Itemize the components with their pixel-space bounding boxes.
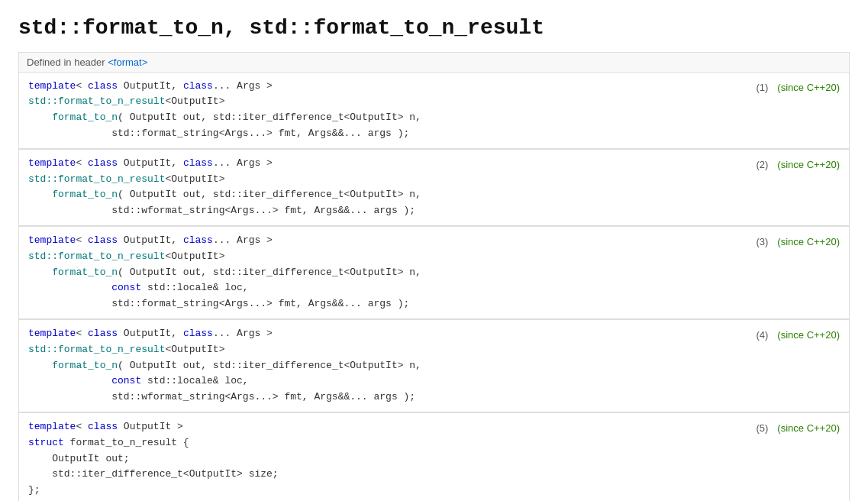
code-line: template< class OutputIt, class... Args … xyxy=(28,326,687,342)
defined-in-header: Defined in header <format> xyxy=(18,52,850,73)
code-body-1: template< class OutputIt, class... Args … xyxy=(28,79,687,142)
page-title: std::format_to_n, std::format_to_n_resul… xyxy=(18,14,850,41)
title-separator: , std:: xyxy=(224,16,314,40)
code-body-5: template< class OutputIt > struct format… xyxy=(28,419,687,499)
anno-since-3: (since C++20) xyxy=(777,234,840,250)
code-line: std::format_string<Args...> fmt, Args&&.… xyxy=(28,296,687,312)
title-std-prefix: std:: xyxy=(18,16,82,40)
anno-since-2: (since C++20) xyxy=(777,157,840,173)
code-line: format_to_n( OutputIt out, std::iter_dif… xyxy=(28,358,687,374)
code-line: std::format_to_n_result<OutputIt> xyxy=(28,342,687,358)
anno-since-5: (since C++20) xyxy=(777,421,840,437)
code-line: const std::locale& loc, xyxy=(28,373,687,389)
defined-in-label: Defined in header xyxy=(27,57,108,68)
title-format-to-n: format_to_n xyxy=(82,16,224,40)
kw: template xyxy=(28,80,76,92)
code-line: const std::locale& loc, xyxy=(28,280,687,296)
anno-num-5: (5) xyxy=(756,421,768,437)
format-header-link[interactable]: <format> xyxy=(108,57,147,68)
code-line: std::wformat_string<Args...> fmt, Args&&… xyxy=(28,203,687,219)
code-line: template< class OutputIt, class... Args … xyxy=(28,79,687,95)
code-line: OutputIt out; xyxy=(28,451,687,467)
code-line: std::format_to_n_result<OutputIt> xyxy=(28,172,687,188)
code-line: template< class OutputIt > xyxy=(28,419,687,435)
code-block-2: template< class OutputIt, class... Args … xyxy=(18,150,850,226)
anno-num-4: (4) xyxy=(756,328,768,344)
title-result: format_to_n_result xyxy=(313,16,544,40)
code-body-4: template< class OutputIt, class... Args … xyxy=(28,326,687,406)
code-line: std::wformat_string<Args...> fmt, Args&&… xyxy=(28,389,687,406)
anno-since-4: (since C++20) xyxy=(777,328,840,344)
annotation-3: (3) (since C++20) xyxy=(687,233,840,250)
annotation-5: (5) (since C++20) xyxy=(687,419,840,437)
anno-num-3: (3) xyxy=(756,234,768,250)
code-line: }; xyxy=(28,483,687,499)
anno-num-1: (1) xyxy=(756,80,768,96)
code-block-1: template< class OutputIt, class... Args … xyxy=(18,73,850,149)
code-line: std::format_to_n_result<OutputIt> xyxy=(28,94,687,110)
annotation-2: (2) (since C++20) xyxy=(687,156,840,173)
code-block-5: template< class OutputIt > struct format… xyxy=(18,413,850,501)
code-body-3: template< class OutputIt, class... Args … xyxy=(28,233,687,312)
code-block-4: template< class OutputIt, class... Args … xyxy=(18,320,850,412)
code-body-2: template< class OutputIt, class... Args … xyxy=(28,156,687,219)
annotation-1: (1) (since C++20) xyxy=(687,79,840,96)
page-container: std::format_to_n, std::format_to_n_resul… xyxy=(0,0,868,501)
code-line: format_to_n( OutputIt out, std::iter_dif… xyxy=(28,110,687,126)
anno-since-1: (since C++20) xyxy=(777,80,840,96)
code-line: struct format_to_n_result { xyxy=(28,435,687,451)
code-block-3: template< class OutputIt, class... Args … xyxy=(18,227,850,319)
code-line: format_to_n( OutputIt out, std::iter_dif… xyxy=(28,265,687,281)
code-line: template< class OutputIt, class... Args … xyxy=(28,156,687,172)
anno-num-2: (2) xyxy=(756,157,768,173)
code-line: std::format_to_n_result<OutputIt> xyxy=(28,249,687,265)
code-line: format_to_n( OutputIt out, std::iter_dif… xyxy=(28,187,687,203)
annotation-4: (4) (since C++20) xyxy=(687,326,840,344)
code-line: std::iter_difference_t<OutputIt> size; xyxy=(28,467,687,483)
code-line: std::format_string<Args...> fmt, Args&&.… xyxy=(28,126,687,142)
code-line: template< class OutputIt, class... Args … xyxy=(28,233,687,249)
